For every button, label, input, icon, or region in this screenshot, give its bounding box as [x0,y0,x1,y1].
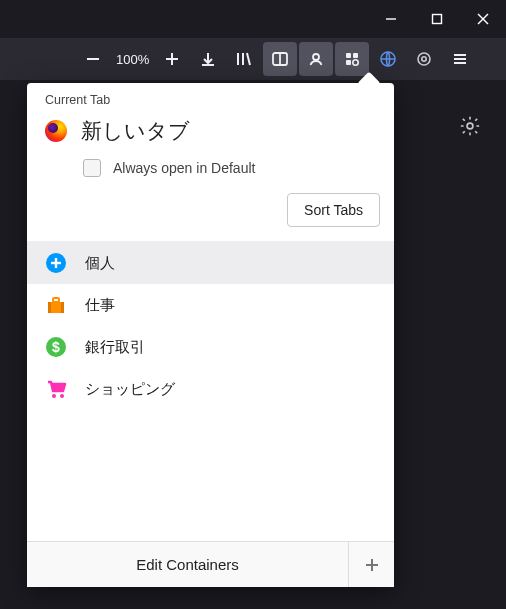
svg-point-35 [52,394,56,398]
current-tab-row: 新しいタブ [27,111,394,153]
svg-point-20 [418,53,430,65]
zoom-out-button[interactable] [76,42,110,76]
extension-globe-button[interactable] [371,42,405,76]
minimize-button[interactable] [368,3,414,35]
downloads-button[interactable] [191,42,225,76]
plus-circle-icon [45,252,67,274]
svg-rect-16 [353,53,358,58]
svg-rect-32 [61,302,64,313]
svg-rect-1 [433,15,442,24]
toolbar: 100% [0,38,506,80]
svg-rect-30 [53,298,59,302]
app-menu-button[interactable] [443,42,477,76]
containers-button[interactable] [335,42,369,76]
extension-target-button[interactable] [407,42,441,76]
container-item-shopping[interactable]: ショッピング [27,368,394,410]
cart-icon [45,378,67,400]
page-settings-button[interactable] [456,112,484,140]
container-label: ショッピング [85,380,175,399]
svg-point-21 [422,57,426,61]
briefcase-icon [45,294,67,316]
container-label: 銀行取引 [85,338,145,357]
container-label: 個人 [85,254,115,273]
container-item-personal[interactable]: 個人 [27,242,394,284]
always-open-label: Always open in Default [113,160,255,176]
account-button[interactable] [299,42,333,76]
dollar-circle-icon: $ [45,336,67,358]
svg-point-18 [353,60,358,65]
zoom-in-button[interactable] [155,42,189,76]
edit-containers-button[interactable]: Edit Containers [27,542,348,587]
containers-panel: Current Tab 新しいタブ Always open in Default… [27,83,394,587]
sort-tabs-button[interactable]: Sort Tabs [287,193,380,227]
panel-footer: Edit Containers [27,541,394,587]
svg-rect-15 [346,53,351,58]
svg-point-14 [313,54,319,60]
window-titlebar [0,0,506,38]
reader-view-button[interactable] [263,42,297,76]
container-label: 仕事 [85,296,115,315]
svg-point-36 [60,394,64,398]
close-button[interactable] [460,3,506,35]
always-open-checkbox[interactable] [83,159,101,177]
svg-point-25 [467,123,473,129]
add-container-button[interactable] [348,542,394,587]
current-tab-title: 新しいタブ [81,117,190,145]
svg-rect-17 [346,60,351,65]
maximize-button[interactable] [414,3,460,35]
zoom-level[interactable]: 100% [112,52,153,67]
svg-line-11 [247,53,250,65]
container-item-work[interactable]: 仕事 [27,284,394,326]
panel-header: Current Tab [27,83,394,111]
always-open-row[interactable]: Always open in Default [27,153,394,187]
svg-rect-31 [48,302,51,313]
firefox-icon [45,120,67,142]
svg-text:$: $ [52,339,60,355]
container-item-banking[interactable]: $ 銀行取引 [27,326,394,368]
library-button[interactable] [227,42,261,76]
containers-list: 個人 仕事 $ 銀行取引 ショッピング [27,241,394,410]
